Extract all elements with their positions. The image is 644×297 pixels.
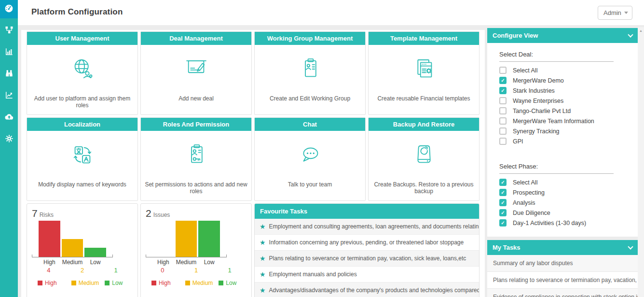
checkbox[interactable]: ✓	[499, 179, 507, 186]
deal-checkbox-row[interactable]: ✓ MergerWare Demo	[499, 76, 638, 85]
clipboard-person-icon	[296, 55, 324, 85]
favourite-task-item[interactable]: ★Employment manuals and policies	[255, 267, 479, 283]
risks-bar-plot	[32, 221, 113, 257]
favourite-task-item[interactable]: ★Information concerning any previous, pe…	[255, 235, 479, 251]
checkbox[interactable]: ✓	[499, 97, 507, 104]
category-label: Medium	[62, 259, 83, 266]
page-scrollbar[interactable]: ▲	[638, 27, 644, 297]
translate-icon	[69, 141, 96, 171]
legend-item: Medium	[66, 280, 99, 286]
sidebar-item-search[interactable]	[0, 65, 18, 84]
dropdown-arrow-icon	[624, 12, 628, 14]
card-localization[interactable]: Localization Modify display names of key…	[27, 117, 138, 201]
deal-checkbox-row[interactable]: ✓ Synergy Tracking	[499, 127, 638, 135]
right-sidebar: Configure View Select Deal: ✓ Select All…	[487, 28, 638, 297]
legend-label: High	[45, 280, 57, 286]
favourite-task-item[interactable]: ★Plans relating to severance or terminat…	[255, 251, 479, 267]
sidebar-item-dashboard[interactable]	[0, 0, 18, 18]
card-backup-and-restore[interactable]: Backup And Restore Create Backups. Resto…	[368, 117, 480, 201]
legend-item: High	[146, 280, 179, 286]
issues-category-labels: HighMediumLow	[146, 259, 227, 266]
configure-view-body: Select Deal: ✓ Select All ✓ MergerWare D…	[487, 43, 638, 237]
feature-cards-grid: User Management Add user to platform and…	[27, 31, 480, 201]
sidebar-item-workflow[interactable]	[0, 22, 18, 40]
checkbox[interactable]: ✓	[499, 209, 507, 216]
issues-bar-plot	[146, 221, 227, 257]
chevron-down-icon[interactable]	[628, 244, 633, 249]
my-task-item[interactable]: Summary of any labor disputes	[487, 255, 638, 272]
card-description: Create Backups. Restore to a previous ba…	[369, 181, 479, 200]
count-label: 2	[66, 267, 99, 274]
deal-checkbox-row[interactable]: ✓ Select All	[499, 66, 638, 74]
scroll-up-arrow-icon[interactable]: ▲	[638, 27, 644, 32]
card-working-group-management[interactable]: Working Group Management Create and Edit…	[254, 31, 366, 115]
card-roles-and-permission[interactable]: Roles And Permission Set permissions to …	[140, 117, 252, 201]
star-icon: ★	[260, 223, 266, 230]
phase-checkbox-row[interactable]: ✓ Select All	[499, 178, 638, 186]
platform-configuration-page: Platform Configuration Admin User Manage…	[0, 0, 644, 297]
count-label: 4	[32, 267, 66, 274]
task-text: Employment and consulting agreements, lo…	[269, 223, 479, 230]
issues-total: 2	[146, 208, 151, 219]
issues-chart-title: 2Issues	[146, 208, 247, 219]
checkbox[interactable]: ✓	[499, 138, 507, 145]
deal-checkbox-row[interactable]: ✓ Stark Industries	[499, 86, 638, 95]
checkbox[interactable]: ✓	[499, 117, 507, 125]
checkbox[interactable]: ✓	[499, 67, 507, 74]
phase-checkbox-row[interactable]: ✓ Day-1 Activities (1-30 days)	[499, 219, 638, 227]
card-user-management[interactable]: User Management Add user to platform and…	[27, 31, 138, 115]
favourite-tasks-panel: Favourite Tasks ★Employment and consulti…	[254, 203, 480, 297]
card-chat[interactable]: Chat Talk to your team	[254, 117, 366, 201]
chevron-down-icon[interactable]	[628, 32, 633, 37]
category-label: Low	[84, 259, 106, 266]
sidebar-item-reports[interactable]	[0, 43, 18, 62]
category-label: High	[152, 259, 174, 266]
category-label: Low	[198, 259, 220, 266]
sidebar-item-upload[interactable]	[0, 109, 18, 127]
legend-label: Medium	[79, 280, 99, 286]
risks-chart-title: 7Risks	[32, 208, 133, 219]
favourite-task-item[interactable]: ★Advantages/disadvantages of the company…	[255, 283, 479, 297]
checkbox[interactable]: ✓	[499, 199, 507, 206]
card-title: Roles And Permission	[141, 118, 251, 131]
phase-checkbox-row[interactable]: ✓ Prospecting	[499, 188, 638, 197]
workflow-sitemap-icon	[4, 25, 14, 37]
checkbox[interactable]: ✓	[499, 189, 507, 196]
checkbox[interactable]: ✓	[499, 87, 507, 94]
category-label: High	[39, 259, 60, 266]
task-text: Plans relating to severance or terminati…	[269, 255, 466, 262]
my-task-item[interactable]: Plans relating to severance or terminati…	[487, 272, 638, 289]
checkbox[interactable]: ✓	[499, 107, 507, 114]
task-text: Advantages/disadvantages of the company'…	[269, 287, 479, 294]
deal-checkbox-row[interactable]: ✓ Wayne Enterprises	[499, 97, 638, 105]
count-label: 1	[213, 267, 247, 274]
checkbox[interactable]: ✓	[499, 127, 507, 135]
card-description: Create reusable Financial templates	[369, 95, 479, 108]
deal-checkbox-row[interactable]: ✓ Tango-Charlie Pvt Ltd	[499, 107, 638, 115]
sidebar-item-settings[interactable]	[0, 130, 18, 149]
my-task-item[interactable]: Evidence of compliance in connection wit…	[487, 289, 638, 297]
trend-line-chart-icon	[4, 90, 14, 102]
checkbox-label: Day-1 Activities (1-30 days)	[513, 220, 586, 226]
deal-checkbox-row[interactable]: ✓ MergerWare Team Information	[499, 117, 638, 125]
checkmark-icon: ✓	[501, 211, 505, 215]
checkbox[interactable]: ✓	[499, 219, 507, 226]
role-selector-dropdown[interactable]: Admin	[598, 6, 632, 20]
legend-item: Low	[99, 280, 133, 286]
legend-swatch	[105, 281, 110, 285]
phase-checkbox-row[interactable]: ✓ Due Diligence	[499, 209, 638, 217]
card-deal-management[interactable]: Deal Management Add new deal	[140, 31, 252, 115]
window-gear-icon	[410, 55, 438, 85]
checkbox[interactable]: ✓	[499, 77, 507, 84]
sidebar-item-analytics[interactable]	[0, 87, 18, 105]
legend-label: Medium	[192, 280, 213, 286]
checkbox-label: Prospecting	[513, 189, 545, 196]
deal-checkbox-row[interactable]: ✓ GPI	[499, 137, 638, 145]
board-pencil-icon	[182, 55, 210, 85]
card-template-management[interactable]: Template Management Create reusable Fina…	[368, 31, 480, 115]
favourite-task-item[interactable]: ★Employment and consulting agreements, l…	[255, 219, 479, 235]
dashboard-gauge-icon	[4, 3, 14, 15]
select-phase-label: Select Phase:	[499, 163, 614, 174]
phase-checkbox-row[interactable]: ✓ Analysis	[499, 198, 638, 207]
clipboard-key-icon	[182, 141, 210, 171]
